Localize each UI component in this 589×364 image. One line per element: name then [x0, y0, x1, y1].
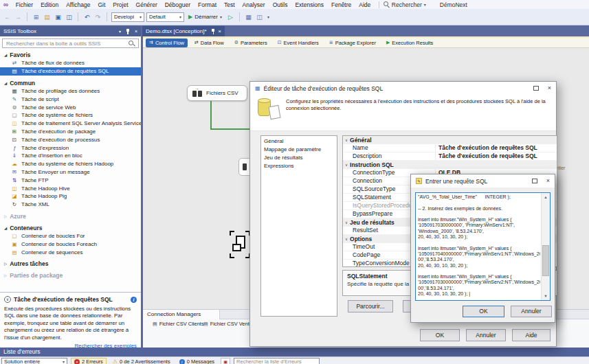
- nav-forward-icon[interactable]: →: [14, 14, 23, 21]
- menu-test[interactable]: Test: [221, 1, 239, 8]
- toolbox-item[interactable]: ⇅Tâche FTP: [0, 176, 141, 184]
- menu-fichier[interactable]: Fichier: [12, 1, 37, 8]
- toolbar-icon[interactable]: ▦: [244, 14, 253, 21]
- tab-data-flow[interactable]: ⇄ Data Flow: [191, 38, 227, 47]
- close-icon[interactable]: ×: [548, 85, 551, 91]
- nav-item-jeu-de-resultats[interactable]: Jeu de résultats: [261, 154, 337, 162]
- toolbox-item[interactable]: ▢Conteneur de boucles For: [0, 232, 141, 240]
- menu-aide[interactable]: Aide: [355, 1, 375, 8]
- toolbox-item[interactable]: ✎Tâche de script: [0, 95, 141, 103]
- property-row-description[interactable]: DescriptionTâche d'exécution de requêtes…: [343, 152, 557, 161]
- tab-control-flow[interactable]: ⇉ Control Flow: [146, 38, 188, 47]
- warnings-filter-button[interactable]: ⚠ 0 de 2 Avertissements: [110, 358, 173, 364]
- dialog-title-bar[interactable]: ✎ Entrer une requête SQL ×: [411, 174, 555, 187]
- toolbox-item-data-flow-task[interactable]: ⇄Tâche de flux de données: [0, 59, 141, 67]
- vertical-scrollbar[interactable]: ▲ ▼: [541, 193, 550, 300]
- property-category-row[interactable]: ∨Général: [343, 136, 557, 144]
- info-icon[interactable]: i: [131, 297, 137, 303]
- menu-deboguer[interactable]: Déboguer: [161, 1, 194, 8]
- connection-manager-csv-clients[interactable]: ▤ Fichier CSV Clients: [153, 321, 204, 327]
- close-icon[interactable]: ×: [546, 178, 550, 184]
- tab-package-explorer[interactable]: ≣ Package Explorer: [326, 38, 379, 47]
- toolbox-search-input[interactable]: Rechercher dans la boîte à outils SSIS: [2, 38, 139, 48]
- toolbox-item-execute-sql-task[interactable]: ▤Tâche d'exécution de requêtes SQL: [0, 67, 141, 76]
- toolbar-overflow-icon[interactable]: ▾: [267, 14, 269, 19]
- tab-parameters[interactable]: ⚙ Parameters: [231, 38, 271, 47]
- toolbox-section-autres-taches[interactable]: ▷Autres tâches: [0, 260, 141, 268]
- dialog-title-bar[interactable]: ▦ Éditeur de tâche d'exécution de requêt…: [250, 82, 556, 95]
- nav-item-general[interactable]: Général: [261, 137, 337, 146]
- start-button[interactable]: ▶ Démarrer ▾: [186, 14, 224, 20]
- errors-filter-button[interactable]: × 2 Erreurs: [71, 358, 107, 364]
- toolbox-item[interactable]: ▤Conteneur de séquences: [0, 248, 141, 256]
- task-fichiers-csv[interactable]: Fichiers CSV: [187, 85, 247, 101]
- menu-generer[interactable]: Générer: [132, 1, 161, 8]
- toolbox-item[interactable]: ◫Tâche de traitement SQL Server Analysis…: [0, 120, 141, 128]
- property-category-row[interactable]: ∨Instruction SQL: [343, 161, 557, 169]
- toolbox-item[interactable]: ⊞Tâche d'exécution de package: [0, 128, 141, 136]
- close-icon[interactable]: ×: [135, 29, 137, 34]
- toolbox-item[interactable]: ◫Tâche Hadoop Hive: [0, 184, 141, 192]
- scroll-up-icon[interactable]: ▲: [542, 193, 550, 201]
- toolbox-item[interactable]: ▢Tâche de système de fichiers: [0, 111, 141, 120]
- toolbox-item[interactable]: ◪Tâche Hadoop Pig: [0, 192, 141, 201]
- cancel-button[interactable]: Annuler: [511, 306, 552, 317]
- nav-back-icon[interactable]: ←: [3, 14, 12, 21]
- quick-search-button[interactable]: Rechercher ▾: [384, 1, 426, 8]
- messages-filter-button[interactable]: i 0 Messages: [177, 358, 217, 364]
- menu-format[interactable]: Format: [195, 1, 221, 8]
- precedence-constraint-line[interactable]: [210, 101, 212, 130]
- save-icon[interactable]: ▣: [54, 14, 63, 21]
- toolbox-item[interactable]: ⇓Tâche d'insertion en bloc: [0, 152, 141, 160]
- undo-icon[interactable]: ↶: [82, 14, 91, 21]
- toolbar-icon[interactable]: ◫: [255, 14, 264, 21]
- redo-icon[interactable]: ↷: [93, 14, 102, 21]
- toolbox-item[interactable]: ⊡Tâche d'exécution de processus: [0, 135, 141, 144]
- ok-button[interactable]: OK: [420, 329, 460, 341]
- nav-item-mappage-de-parametre[interactable]: Mappage de paramètre: [261, 146, 337, 154]
- tab-execution-results[interactable]: ▶ Execution Results: [383, 38, 436, 47]
- toolbox-item[interactable]: ▦Tâche de profilage des données: [0, 87, 141, 95]
- menu-analyser[interactable]: Analyser: [238, 1, 269, 8]
- toolbox-item[interactable]: ↻Tâche XML: [0, 201, 141, 209]
- account-name[interactable]: DémoNext: [440, 1, 467, 8]
- menu-affichage[interactable]: Affichage: [63, 1, 94, 8]
- toolbox-section-commun[interactable]: ◢Commun: [0, 79, 141, 87]
- pin-icon[interactable]: [211, 29, 215, 34]
- menu-projet[interactable]: Projet: [109, 1, 132, 8]
- tab-event-handlers[interactable]: ⊡ Event Handlers: [274, 38, 322, 47]
- platform-dropdown[interactable]: Default ▾: [146, 12, 184, 22]
- help-button[interactable]: Aide: [512, 329, 551, 341]
- ok-button[interactable]: OK: [463, 306, 504, 317]
- pin-icon[interactable]: [126, 29, 130, 34]
- build-intellisense-icon[interactable]: ▣: [221, 358, 230, 364]
- connection-manager-csv-ventes[interactable]: ▤ Fichier CSV Ventes: [203, 321, 255, 327]
- toolbox-section-favoris[interactable]: ◢Favoris: [0, 51, 141, 59]
- find-samples-link[interactable]: Rechercher des exemples: [4, 343, 137, 348]
- error-scope-dropdown[interactable]: Solution entière ▾: [1, 358, 67, 364]
- menu-edition[interactable]: Edition: [37, 1, 63, 8]
- nav-item-expressions[interactable]: Expressions: [261, 162, 337, 170]
- cancel-button[interactable]: Annuler: [466, 329, 506, 341]
- toolbox-item[interactable]: ☁Tâche du système de fichiers Hadoop: [0, 160, 141, 168]
- close-icon[interactable]: ×: [218, 28, 221, 34]
- toolbox-section-parties-de-package[interactable]: ▷Parties de package: [0, 271, 141, 280]
- maximize-icon[interactable]: [532, 179, 537, 183]
- chevron-collapse-icon[interactable]: ∨: [4, 296, 11, 303]
- start-without-debug-icon[interactable]: ▷: [226, 14, 235, 21]
- browse-button[interactable]: Parcourir...: [348, 300, 393, 312]
- toolbox-section-azure[interactable]: ▷Azure: [0, 212, 141, 220]
- toolbox-item[interactable]: ▣Conteneur de boucles Foreach: [0, 240, 141, 248]
- configuration-dropdown[interactable]: Developi ▾: [111, 12, 144, 22]
- toolbox-item[interactable]: ✉Tâche Envoyer un message: [0, 168, 141, 177]
- open-folder-icon[interactable]: ▤: [43, 14, 52, 21]
- save-all-icon[interactable]: ◫: [65, 14, 74, 21]
- window-position-icon[interactable]: ▾: [119, 29, 121, 34]
- document-tab[interactable]: Demo.dtsx [Conception]* ×: [142, 26, 225, 36]
- toolbox-section-conteneurs[interactable]: ◢Conteneurs: [0, 224, 141, 232]
- maximize-icon[interactable]: [533, 86, 539, 91]
- error-list-search-input[interactable]: Rechercher la liste d'Erreurs: [234, 358, 320, 364]
- precedence-constraint-line[interactable]: [210, 128, 252, 130]
- connection-managers-tab[interactable]: Connection Managers: [143, 310, 220, 319]
- sql-query-textarea[interactable]: "AVG_%_Total_User_Time" INTEGER ); -- 2.…: [415, 192, 551, 301]
